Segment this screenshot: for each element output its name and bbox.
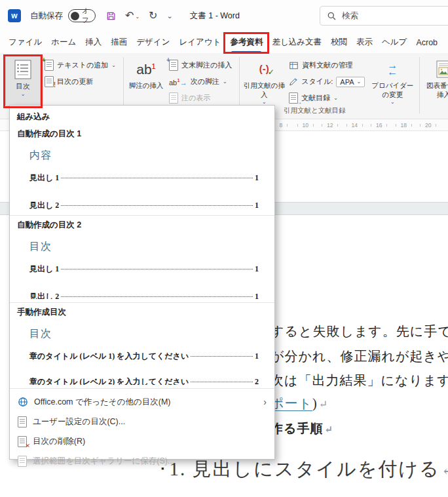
- show-notes-button: 注の表示: [166, 90, 234, 106]
- menu-item-save-selection: 選択範囲を目次ギャラリーに保存(S)...: [10, 451, 274, 471]
- tab-insert[interactable]: 挿入: [81, 31, 106, 53]
- custom-toc-icon: [18, 416, 27, 427]
- ruler-tick: 20: [416, 119, 441, 130]
- bibliography-button[interactable]: → 文献目録 ⌄: [286, 90, 367, 106]
- tab-review[interactable]: 校閲: [326, 31, 352, 53]
- menu-item-custom-toc[interactable]: ユーザー設定の目次(C)...: [10, 412, 274, 431]
- doc-text-line: が分かれ、修正漏れが起きやすく: [271, 348, 448, 365]
- tab-design[interactable]: デザイン: [132, 31, 174, 53]
- add-text-icon: +: [45, 60, 54, 71]
- tab-references[interactable]: 参考資料: [225, 31, 267, 53]
- entry-text: 見出し 2: [29, 200, 59, 211]
- tab-home[interactable]: ホーム: [47, 31, 81, 53]
- insert-citation-label: 引用文献の挿入: [243, 81, 285, 99]
- autosave-toggle[interactable]: オフ: [68, 9, 96, 22]
- bibliography-label: 文献目録: [301, 93, 330, 103]
- tab-mailings[interactable]: 差し込み文書: [267, 31, 326, 53]
- entry-page: 1: [255, 264, 259, 274]
- menu-item-more-from-office[interactable]: Office.com で作ったその他の目次(M) ›: [10, 392, 274, 412]
- preview-entry: 章のタイトル (レベル 1) を入力してください 1: [29, 351, 259, 362]
- gallery-title: 自動作成の目次 2: [10, 216, 274, 233]
- save-button[interactable]: [106, 11, 116, 21]
- preview-entry: 見出し 1 1: [29, 172, 259, 184]
- search-icon: [327, 12, 336, 20]
- insert-footnote-button[interactable]: ab1 脚注の挿入: [127, 55, 165, 106]
- manage-sources-icon: [289, 61, 299, 70]
- doc-heading-text: 作る手順: [271, 422, 323, 435]
- footnote-group-column: + 文末脚注の挿入 ab1→ 次の脚注 ⌄ 注の表示: [166, 57, 234, 106]
- show-notes-icon: [169, 92, 178, 104]
- doc-hyperlink[interactable]: ポート: [271, 396, 312, 411]
- update-toc-icon: !: [45, 76, 54, 87]
- ribbon-divider: [419, 57, 420, 113]
- toc-dropdown-menu: 組み込み 自動作成の目次 1 内容 見出し 1 1 見出し 2 1 自動作成の目…: [9, 105, 275, 460]
- tab-help[interactable]: ヘルプ: [377, 31, 411, 53]
- menu-item-remove-toc[interactable]: ✕ 目次の削除(R): [10, 431, 274, 451]
- pilcrow-mark: ↵: [441, 462, 448, 479]
- redo-button[interactable]: ↻: [149, 10, 157, 21]
- change-provider-button[interactable]: →← プロバイダーの変更 ⌄: [369, 55, 416, 106]
- next-footnote-icon: ab1→: [169, 77, 187, 87]
- gallery-preview: 目次 章のタイトル (レベル 1) を入力してください 1 章のタイトル (レベ…: [14, 321, 271, 385]
- bibliography-icon: →: [289, 92, 298, 104]
- update-toc-button[interactable]: ! 目次の更新: [42, 73, 119, 90]
- citation-style-control: スタイル: APA ⌄: [286, 73, 367, 90]
- undo-icon: ↶: [125, 10, 134, 21]
- toc-gallery-auto2[interactable]: 自動作成の目次 2 目次 見出し 1 1 見出し 2 1: [10, 216, 274, 299]
- ribbon-tabs: ファイル ホーム 挿入 描画 デザイン レイアウト 参考資料 差し込み文書 校閲…: [0, 31, 448, 53]
- preview-heading: 目次: [29, 327, 259, 341]
- toc-gallery-auto1[interactable]: 自動作成の目次 1 内容 見出し 1 1 見出し 2 1: [10, 125, 274, 212]
- doc-text-line: ポート)↵: [271, 395, 328, 412]
- search-input[interactable]: 検索: [320, 6, 448, 26]
- pilcrow-mark: ↵: [324, 424, 333, 435]
- entry-page: 1: [255, 173, 259, 183]
- submenu-arrow-icon: ›: [263, 397, 267, 407]
- toc-button[interactable]: 目次 ⌄: [5, 55, 41, 106]
- preview-entry-clipped: 見出し 2 1: [29, 200, 259, 211]
- tab-layout[interactable]: レイアウト: [174, 31, 225, 53]
- customize-qat-button[interactable]: ⌄: [167, 12, 173, 20]
- chevron-down-icon: ⌄: [357, 79, 362, 85]
- chevron-down-icon: ⌄: [223, 79, 227, 85]
- chevron-down-icon: ⌄: [111, 62, 116, 68]
- ruler-ticks: 8 10 12 14 16 18 20: [269, 119, 441, 130]
- gallery-title: 手動作成目次: [10, 303, 274, 321]
- add-text-label: テキストの追加: [57, 60, 108, 70]
- update-toc-label: 目次の更新: [57, 77, 93, 87]
- next-footnote-button[interactable]: ab1→ 次の脚注 ⌄: [166, 73, 234, 90]
- dot-leader: [191, 356, 253, 357]
- swap-arrows-icon: →←: [387, 62, 398, 75]
- entry-text: 見出し 2: [29, 291, 59, 299]
- tab-view[interactable]: 表示: [352, 31, 377, 53]
- gallery-preview: 内容 見出し 1 1 見出し 2 1: [14, 142, 271, 212]
- tab-acrobat[interactable]: Acrob: [411, 31, 442, 53]
- ruler-tick: 16: [367, 119, 392, 130]
- citations-group-label: 引用文献と文献目録: [284, 106, 346, 115]
- chevron-down-icon: ⌄: [390, 99, 395, 106]
- tab-file[interactable]: ファイル: [4, 31, 47, 53]
- undo-button[interactable]: ↶ ⌄: [125, 10, 140, 21]
- show-notes-label: 注の表示: [181, 93, 210, 103]
- style-select[interactable]: APA ⌄: [336, 77, 365, 87]
- tab-references-label: 参考資料: [230, 37, 263, 48]
- title-bar: w 自動保存 オフ ↶ ⌄ ↻ ⌄ 文書 1 - Word 検索: [0, 0, 448, 31]
- insert-endnote-icon: +: [169, 60, 178, 71]
- footnote-ab1-icon: ab1: [136, 62, 155, 76]
- citation-group-column: 資料文献の管理 スタイル: APA ⌄ → 文献目録 ⌄: [286, 57, 367, 106]
- preview-heading: 内容: [29, 149, 259, 163]
- style-brush-icon: [289, 77, 298, 87]
- insert-caption-button[interactable]: 図表番号の挿入: [423, 55, 448, 106]
- add-text-button[interactable]: + テキストの追加 ⌄: [42, 57, 119, 73]
- builtin-section-header: 組み込み: [10, 106, 274, 125]
- entry-page: 1: [255, 292, 259, 299]
- insert-citation-button[interactable]: (-)✓ 引用文献の挿入 ⌄: [243, 55, 285, 106]
- manage-sources-button[interactable]: 資料文献の管理: [286, 57, 367, 73]
- tab-draw[interactable]: 描画: [106, 31, 132, 53]
- insert-footnote-label: 脚注の挿入: [129, 81, 164, 90]
- save-icon: [106, 11, 116, 21]
- gallery-preview: 目次 見出し 1 1 見出し 2 1: [14, 233, 271, 299]
- insert-endnote-button[interactable]: + 文末脚注の挿入: [166, 57, 234, 73]
- toc-gallery-manual[interactable]: 手動作成目次 目次 章のタイトル (レベル 1) を入力してください 1 章のタ…: [10, 303, 274, 385]
- dot-leader: [61, 269, 253, 269]
- dot-leader: [61, 296, 253, 297]
